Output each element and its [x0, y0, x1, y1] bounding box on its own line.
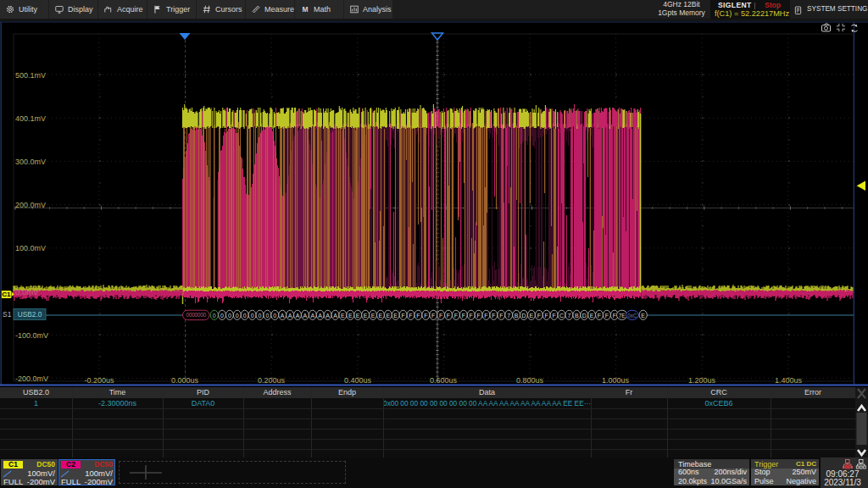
- svg-text:F: F: [447, 313, 450, 319]
- svg-text:F: F: [424, 313, 427, 319]
- svg-text:F: F: [484, 313, 487, 319]
- svg-text:0: 0: [265, 313, 269, 319]
- svg-text:USB2.0: USB2.0: [18, 310, 42, 319]
- svg-text:-0.200us: -0.200us: [84, 376, 114, 385]
- svg-text:D: D: [582, 313, 587, 319]
- svg-text:300.0mV: 300.0mV: [15, 158, 46, 166]
- svg-text:0: 0: [236, 313, 239, 319]
- svg-text:E: E: [371, 313, 376, 319]
- svg-text:E: E: [356, 313, 360, 319]
- svg-text:1.000us: 1.000us: [602, 376, 630, 385]
- svg-text:A: A: [303, 313, 308, 319]
- svg-text:F: F: [416, 313, 420, 319]
- svg-text:F: F: [462, 313, 465, 319]
- svg-text:F: F: [499, 313, 503, 319]
- svg-text:7E: 7E: [619, 313, 626, 319]
- svg-text:F: F: [598, 313, 601, 319]
- svg-text:F: F: [492, 313, 495, 319]
- svg-text:0: 0: [213, 313, 216, 319]
- svg-text:A: A: [333, 313, 337, 319]
- svg-text:C: C: [559, 313, 564, 319]
- svg-text:200.0mV: 200.0mV: [15, 201, 46, 209]
- svg-text:F: F: [537, 313, 541, 319]
- svg-text:B: B: [515, 313, 519, 319]
- svg-text:-100.0mV: -100.0mV: [15, 331, 48, 340]
- svg-text:-200.0mV: -200.0mV: [15, 374, 48, 383]
- svg-text:A: A: [310, 313, 314, 319]
- svg-text:F: F: [613, 313, 616, 319]
- svg-text:1.200us: 1.200us: [688, 376, 716, 385]
- svg-text:F: F: [476, 313, 480, 319]
- svg-text:F: F: [470, 313, 473, 319]
- svg-text:F: F: [401, 313, 404, 319]
- svg-text:F: F: [552, 313, 555, 319]
- svg-text:0: 0: [251, 313, 254, 319]
- svg-text:E: E: [341, 313, 345, 319]
- svg-text:F: F: [605, 313, 609, 319]
- svg-text:A: A: [326, 313, 330, 319]
- svg-text:0: 0: [273, 313, 276, 319]
- svg-text:0.600us: 0.600us: [430, 376, 458, 385]
- svg-text:0: 0: [228, 313, 231, 319]
- svg-text:0: 0: [243, 313, 247, 319]
- svg-text:S1: S1: [3, 310, 12, 319]
- svg-text:0.000us: 0.000us: [171, 376, 199, 385]
- svg-text:400.1mV: 400.1mV: [15, 114, 46, 123]
- svg-text:7: 7: [507, 313, 510, 319]
- svg-text:0xC: 0xC: [627, 313, 637, 319]
- svg-text:E: E: [386, 313, 390, 319]
- svg-text:F: F: [409, 313, 412, 319]
- svg-text:F: F: [454, 313, 458, 319]
- svg-text:F: F: [439, 313, 442, 319]
- svg-text:E: E: [348, 313, 353, 319]
- svg-text:F: F: [545, 313, 548, 319]
- svg-text:1.400us: 1.400us: [775, 376, 803, 385]
- svg-text:D: D: [521, 313, 526, 319]
- svg-text:F: F: [431, 313, 435, 319]
- svg-text:E: E: [364, 313, 368, 319]
- svg-text:0: 0: [259, 313, 262, 319]
- svg-text:E: E: [530, 313, 534, 319]
- svg-text:B: B: [575, 313, 579, 319]
- svg-text:A: A: [318, 313, 322, 319]
- svg-text:E: E: [590, 313, 594, 319]
- svg-text:A: A: [281, 313, 285, 319]
- svg-text:0.0mV: 0.0mV: [15, 287, 39, 297]
- svg-text:0.400us: 0.400us: [344, 376, 372, 385]
- svg-text:500.1mV: 500.1mV: [15, 71, 46, 80]
- svg-text:A: A: [288, 313, 292, 319]
- svg-text:7: 7: [567, 313, 570, 319]
- svg-text:A: A: [296, 313, 300, 319]
- svg-text:E: E: [379, 313, 383, 319]
- svg-text:100.0mV: 100.0mV: [15, 244, 46, 252]
- svg-text:0: 0: [220, 313, 224, 319]
- svg-text:E: E: [393, 313, 398, 319]
- svg-text:C1: C1: [2, 291, 11, 298]
- svg-text:0000000: 0000000: [186, 312, 207, 318]
- svg-text:0.800us: 0.800us: [516, 376, 544, 385]
- svg-text:E: E: [641, 313, 645, 319]
- svg-text:0.200us: 0.200us: [258, 376, 286, 385]
